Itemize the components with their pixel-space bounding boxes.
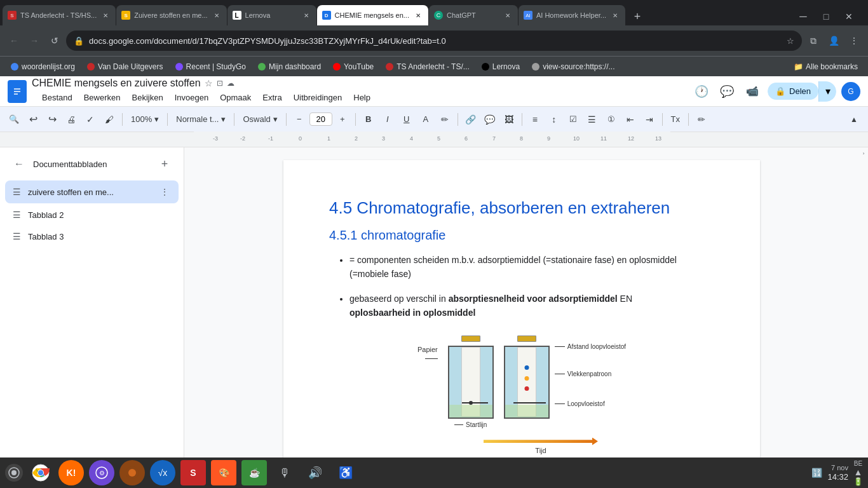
- sidebar-back-button[interactable]: ←: [10, 155, 28, 173]
- sidebar-add-tab-button[interactable]: +: [156, 155, 173, 173]
- menu-help[interactable]: Help: [348, 90, 376, 105]
- menu-bewerken[interactable]: Bewerken: [79, 90, 126, 105]
- user-avatar[interactable]: G: [841, 82, 860, 101]
- bookmark-view-source[interactable]: view-source:https://...: [526, 59, 620, 74]
- indent-increase-button[interactable]: ⇥: [641, 111, 658, 128]
- font-size-increase[interactable]: +: [334, 111, 351, 128]
- bookmark-lernova[interactable]: Lernova: [476, 59, 525, 74]
- numbered-list-button[interactable]: ①: [602, 111, 620, 128]
- bold-button[interactable]: B: [360, 111, 377, 128]
- taskbar-volume[interactable]: 🔊: [302, 460, 328, 485]
- back-button[interactable]: ←: [5, 32, 23, 50]
- sidebar-tab-options-zuivere[interactable]: ⋮: [158, 186, 171, 198]
- start-button[interactable]: [5, 464, 23, 482]
- taskbar-mic[interactable]: 🎙: [272, 460, 297, 485]
- bookmark-star-icon[interactable]: ☆: [787, 36, 794, 46]
- tab-close-ai[interactable]: ✕: [610, 10, 620, 20]
- tab-close-chatgpt[interactable]: ✕: [503, 10, 513, 20]
- indent-decrease-button[interactable]: ⇤: [621, 111, 639, 128]
- cloud-save-icon[interactable]: ⊡: [217, 79, 223, 88]
- toolbar-chevron[interactable]: ▲: [845, 111, 863, 128]
- sidebar-tab-item-tabblad2[interactable]: ☰ Tabblad 2: [5, 205, 179, 225]
- tab-ts-anderlecht[interactable]: S TS Anderlecht - TS/HS... ✕: [3, 5, 116, 25]
- align-button[interactable]: ≡: [526, 111, 544, 128]
- image-button[interactable]: 🖼: [500, 111, 518, 128]
- highlight-button[interactable]: ✏: [436, 111, 454, 128]
- link-button[interactable]: 🔗: [462, 111, 480, 128]
- tab-close-ts[interactable]: ✕: [100, 10, 111, 20]
- video-call-dropdown[interactable]: 📹: [742, 81, 763, 102]
- new-tab-button[interactable]: +: [628, 8, 646, 25]
- bookmarks-all-button[interactable]: 📁 Alle bookmarks: [789, 59, 863, 74]
- menu-bekijken[interactable]: Bekijken: [127, 90, 168, 105]
- document-canvas[interactable]: 4.5 Chromatografie, absorberen en extrah…: [184, 147, 859, 458]
- sidebar-tab-item-zuivere[interactable]: ☰ zuivere stoffen en me... ⋮: [5, 180, 179, 203]
- taskbar-klokki[interactable]: K!: [58, 460, 84, 485]
- taskbar-chrome[interactable]: [28, 460, 53, 485]
- reload-button[interactable]: ↺: [46, 32, 64, 50]
- bookmark-woordenlijst[interactable]: woordenlijst.org: [5, 59, 80, 74]
- forward-button[interactable]: →: [25, 32, 43, 50]
- tab-close-zuivere[interactable]: ✕: [212, 10, 222, 20]
- extensions-button[interactable]: ⧉: [804, 32, 822, 50]
- font-size-decrease[interactable]: −: [290, 111, 308, 128]
- tab-chemie[interactable]: D CHEMIE mengsels en... ✕: [317, 5, 428, 25]
- list-button[interactable]: ☰: [583, 111, 601, 128]
- undo-button[interactable]: ↩: [24, 111, 42, 128]
- maximize-button[interactable]: □: [817, 8, 835, 25]
- paint-format-button[interactable]: 🖌: [100, 111, 118, 128]
- tab-close-lernova[interactable]: ✕: [301, 10, 311, 20]
- share-button-group[interactable]: 🔒 Delen ▾: [768, 81, 836, 102]
- tab-close-chemie[interactable]: ✕: [413, 10, 423, 20]
- menu-uitbreidingen[interactable]: Uitbreidingen: [288, 90, 348, 105]
- underline-button[interactable]: U: [398, 111, 416, 128]
- print-button[interactable]: 🖨: [62, 111, 80, 128]
- bookmark-vandale[interactable]: Van Dale Uitgevers: [81, 59, 168, 74]
- comment-button[interactable]: 💬: [481, 111, 499, 128]
- tab-zuivere[interactable]: S Zuivere stoffen en me... ✕: [116, 5, 226, 25]
- taskbar-slides[interactable]: S: [180, 460, 206, 485]
- checklist-button[interactable]: ☑: [564, 111, 582, 128]
- docs-document-title[interactable]: CHEMIE mengsels en zuivere stoffen: [32, 78, 201, 89]
- search-toolbar-button[interactable]: 🔍: [5, 111, 23, 128]
- taskbar-app7[interactable]: ☕: [241, 460, 267, 485]
- tab-chatgpt[interactable]: C ChatGPT ✕: [429, 5, 518, 25]
- address-bar[interactable]: 🔒 docs.google.com/document/d/17bqZV3ptZP…: [66, 30, 802, 51]
- cloud-icon[interactable]: ☁: [227, 79, 234, 88]
- tab-ai[interactable]: AI AI Homework Helper... ✕: [519, 5, 625, 25]
- spellcheck-button[interactable]: ✓: [81, 111, 99, 128]
- comments-button[interactable]: 💬: [717, 81, 737, 102]
- italic-button[interactable]: I: [379, 111, 397, 128]
- zoom-dropdown[interactable]: 100% ▾: [126, 111, 163, 128]
- font-dropdown[interactable]: Oswald ▾: [238, 111, 281, 128]
- taskbar-accessibility[interactable]: ♿: [333, 460, 358, 485]
- bookmark-mijn-dashboard[interactable]: Mijn dashboard: [252, 59, 326, 74]
- bookmark-ts-anderlecht[interactable]: TS Anderlecht - TS/...: [380, 59, 475, 74]
- bookmark-youtube[interactable]: YouTube: [327, 59, 379, 74]
- share-dropdown-button[interactable]: ▾: [818, 81, 836, 102]
- taskbar-app3[interactable]: ⚙: [89, 460, 114, 485]
- sidebar-tab-item-tabblad3[interactable]: ☰ Tabblad 3: [5, 226, 179, 247]
- share-button[interactable]: 🔒 Delen: [768, 83, 818, 100]
- close-button[interactable]: ✕: [840, 8, 858, 25]
- text-color-button[interactable]: A: [417, 111, 435, 128]
- tab-lernova[interactable]: L Lernova ✕: [227, 5, 316, 25]
- menu-opmaak[interactable]: Opmaak: [215, 90, 256, 105]
- minimize-button[interactable]: ─: [794, 8, 812, 25]
- history-button[interactable]: 🕐: [691, 81, 712, 102]
- profile-button[interactable]: 👤: [825, 32, 843, 50]
- notifications-icon[interactable]: 🔢: [811, 468, 822, 478]
- menu-bestand[interactable]: Bestand: [37, 90, 78, 105]
- taskbar-paint[interactable]: 🎨: [211, 460, 236, 485]
- style-dropdown[interactable]: Normale t... ▾: [172, 111, 230, 128]
- star-icon[interactable]: ☆: [205, 78, 213, 88]
- pen-button[interactable]: ✏: [693, 111, 710, 128]
- taskbar-app4[interactable]: [119, 460, 145, 485]
- redo-button[interactable]: ↪: [43, 111, 61, 128]
- menu-extra[interactable]: Extra: [257, 90, 287, 105]
- right-collapse-button[interactable]: ›: [860, 150, 867, 156]
- font-size-input[interactable]: 20: [309, 112, 332, 126]
- bookmark-recent-studygo[interactable]: Recent | StudyGo: [170, 59, 252, 74]
- clear-formatting-button[interactable]: Tx: [667, 111, 684, 128]
- line-spacing-button[interactable]: ↕: [545, 111, 563, 128]
